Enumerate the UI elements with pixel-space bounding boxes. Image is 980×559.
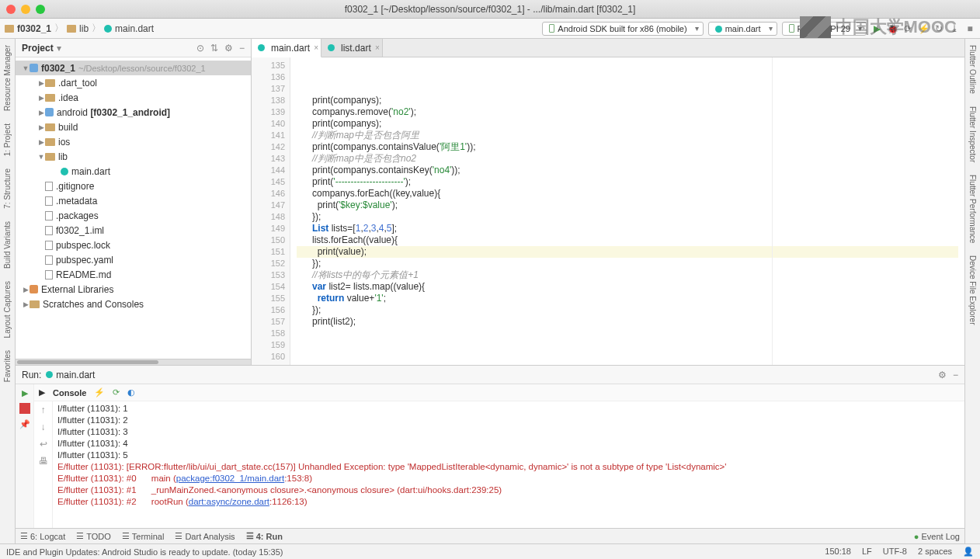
file-encoding[interactable]: UTF-8 (883, 547, 907, 557)
code-line[interactable]: //判断map中是否包含阿里 (297, 130, 958, 141)
tree-item[interactable]: ▶ios (16, 134, 251, 149)
line-ending[interactable]: LF (862, 547, 872, 557)
coverage-icon[interactable]: ⟳ (902, 23, 913, 34)
code-area[interactable]: 1351361371381391401411421431441451461471… (252, 57, 964, 365)
code-line[interactable]: }); (297, 258, 958, 269)
device-selector[interactable]: Android SDK built for x86 (mobile) (542, 22, 703, 36)
up-icon[interactable]: ↑ (41, 404, 46, 415)
code-line[interactable]: //判断map中是否包含no2 (297, 153, 958, 165)
tool-tab-1-project[interactable]: 1: Project (3, 123, 12, 156)
tree-item[interactable]: ▶build (16, 120, 251, 134)
tool-tab-layout-captures[interactable]: Layout Captures (3, 281, 12, 338)
console-output[interactable]: I/flutter (11031): 1I/flutter (11031): 2… (53, 401, 964, 528)
debug-icon[interactable]: 🐞 (887, 23, 898, 34)
console-toggle-icon[interactable]: ▶ (39, 387, 45, 398)
tree-item[interactable]: ▼lib (16, 149, 251, 164)
close-icon[interactable]: × (375, 43, 380, 52)
bottom-tab[interactable]: ☰TODO (76, 531, 111, 541)
gear-icon[interactable]: ⚙ (938, 370, 947, 380)
minimize-icon[interactable] (21, 5, 30, 14)
bottom-tab[interactable]: ☰Terminal (122, 531, 165, 541)
indent-info[interactable]: 2 spaces (918, 547, 952, 557)
tool-tab-device-file-explorer[interactable]: Device File Explorer (968, 255, 977, 325)
close-icon[interactable] (6, 5, 16, 14)
target-icon[interactable]: ⊙ (196, 43, 204, 54)
bottom-tab[interactable]: ☰Dart Analysis (175, 531, 235, 541)
horizontal-scrollbar[interactable] (16, 359, 251, 365)
pin-icon[interactable]: 📌 (19, 418, 30, 429)
code-line[interactable]: print(companys); (297, 95, 958, 106)
tool-tab-7-structure[interactable]: 7: Structure (3, 168, 12, 209)
code-line[interactable]: companys.forEach((key,value){ (297, 188, 958, 200)
tree-item[interactable]: ▶.idea (16, 90, 251, 105)
code-line[interactable]: }); (297, 211, 958, 223)
code-line[interactable]: var list2= lists.map((value){ (297, 281, 958, 293)
cursor-position[interactable]: 150:18 (825, 547, 851, 557)
tool-tab-flutter-performance[interactable]: Flutter Performance (968, 175, 977, 243)
tree-item[interactable]: README.md (16, 267, 251, 282)
breadcrumb-folder[interactable]: lib (79, 23, 89, 34)
bottom-tab[interactable]: ☰6: Logcat (20, 531, 65, 541)
console-tab[interactable]: Console (53, 388, 86, 398)
attach-icon[interactable]: ⤓ (949, 23, 960, 34)
emulator-selector[interactable]: Pixel 2 API 29 (782, 22, 867, 36)
tree-item[interactable]: pubspec.lock (16, 238, 251, 252)
close-icon[interactable]: × (314, 43, 318, 52)
stop-icon[interactable]: ■ (964, 23, 975, 34)
tool-tab-flutter-outline[interactable]: Flutter Outline (968, 45, 977, 94)
bottom-tab[interactable]: ☰4: Run (246, 531, 283, 541)
code-line[interactable]: print('$key:$value'); (297, 200, 958, 211)
tree-item[interactable]: ▶android [f0302_1_android] (16, 105, 251, 120)
tree-item[interactable]: .metadata (16, 193, 251, 208)
code-line[interactable]: //将lists中的每个元素值+1 (297, 269, 958, 281)
code-line[interactable]: print(companys.containsKey('no4')); (297, 165, 958, 176)
stop-button-icon[interactable] (19, 403, 30, 414)
gear-icon[interactable]: ⚙ (224, 43, 233, 54)
code-line[interactable]: print(list2); (297, 316, 958, 328)
code-line[interactable]: companys.remove('no2'); (297, 106, 958, 118)
code-line[interactable]: print(value); (297, 246, 958, 258)
tree-item[interactable]: f0302_1.iml (16, 223, 251, 238)
hot-restart-icon[interactable]: ⟳ (113, 387, 120, 398)
code-line[interactable]: return value+'1'; (297, 293, 958, 304)
down-icon[interactable]: ↓ (41, 422, 46, 432)
rerun-icon[interactable]: ▶ (19, 387, 30, 398)
editor-tab[interactable]: main.dart× (252, 39, 321, 57)
project-tree[interactable]: ▼f0302_1 ~/Desktop/lesson/source/f0302_1… (16, 57, 251, 359)
tree-item[interactable]: .packages (16, 208, 251, 223)
wrap-icon[interactable]: ↩ (40, 439, 47, 450)
chevron-down-icon[interactable]: ▾ (57, 43, 61, 54)
code-line[interactable]: print(companys.containsValue('阿里1')); (297, 141, 958, 153)
run-icon[interactable]: ▶ (871, 23, 882, 34)
print-icon[interactable]: 🖶 (39, 456, 48, 467)
code-line[interactable]: List lists=[1,2,3,4,5]; (297, 223, 958, 234)
tree-item[interactable]: pubspec.yaml (16, 252, 251, 267)
code-line[interactable]: }); (297, 304, 958, 316)
tree-item[interactable]: ▶External Libraries (16, 282, 251, 297)
breadcrumb-project[interactable]: f0302_1 (17, 23, 51, 34)
stack-link[interactable]: package:f0302_1/main.dart (176, 474, 284, 483)
hot-reload-icon[interactable]: ⚡ (918, 23, 929, 34)
tree-item[interactable]: ▶Scratches and Consoles (16, 297, 251, 311)
sort-icon[interactable]: ⇅ (210, 43, 218, 54)
hot-reload-icon[interactable]: ⚡ (94, 387, 105, 398)
tool-tab-favorites[interactable]: Favorites (3, 350, 12, 382)
collapse-icon[interactable]: − (239, 43, 245, 54)
hide-icon[interactable]: − (953, 370, 958, 380)
stack-link[interactable]: dart:async/zone.dart (189, 497, 269, 506)
hot-restart-icon[interactable]: ↻ (933, 23, 944, 34)
code-line[interactable]: print(companys); (297, 118, 958, 130)
tree-item[interactable]: ▶.dart_tool (16, 75, 251, 90)
tool-tab-resource-manager[interactable]: Resource Manager (3, 45, 12, 111)
tool-tab-flutter-inspector[interactable]: Flutter Inspector (968, 106, 977, 162)
devtools-icon[interactable]: ◐ (127, 387, 135, 398)
tree-item[interactable]: main.dart (16, 164, 251, 179)
tree-item[interactable]: .gitignore (16, 179, 251, 193)
run-config-selector[interactable]: main.dart (708, 22, 777, 36)
code-line[interactable]: lists.forEach((value){ (297, 234, 958, 246)
inspector-icon[interactable]: 👤 (963, 547, 974, 557)
tool-tab-build-variants[interactable]: Build Variants (3, 221, 12, 269)
editor-tab[interactable]: list.dart× (321, 39, 383, 57)
code-line[interactable]: print('----------------------'); (297, 176, 958, 188)
code-content[interactable]: print(companys); companys.remove('no2');… (290, 57, 964, 365)
